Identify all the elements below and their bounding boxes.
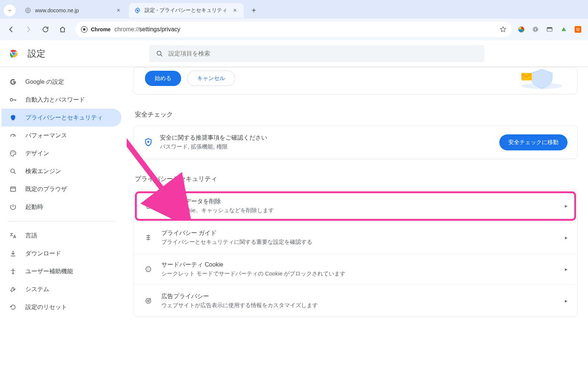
sidebar-label: デザイン: [25, 150, 49, 157]
tabs-menu-button[interactable]: [4, 4, 16, 16]
sidebar-label: パフォーマンス: [25, 132, 67, 140]
chevron-right-icon: ▸: [565, 266, 568, 272]
sidebar-item-privacy[interactable]: プライバシーとセキュリティ: [1, 109, 121, 127]
ad-privacy-icon: [143, 297, 153, 305]
chrome-chip: Chrome: [80, 26, 111, 33]
svg-rect-7: [547, 28, 552, 29]
address-bar[interactable]: Chrome chrome://settings/privacy: [75, 22, 512, 37]
new-tab-button[interactable]: +: [247, 4, 260, 17]
home-button[interactable]: [55, 22, 70, 37]
wrench-icon: [9, 286, 17, 293]
tab-settings[interactable]: 設定 - プライバシーとセキュリティ ×: [129, 3, 244, 18]
safety-section-title: 安全チェック: [135, 110, 578, 119]
browser-toolbar: Chrome chrome://settings/privacy U: [0, 19, 588, 40]
settings-search-input[interactable]: [168, 50, 478, 57]
translate-icon: [9, 232, 17, 239]
row-ad-privacy[interactable]: 広告プライバシーウェブサイトが広告表示に使用する情報をカスタマイズします ▸: [134, 285, 577, 316]
sidebar-item-downloads[interactable]: ダウンロード: [1, 245, 121, 262]
url-text: chrome://settings/privacy: [114, 26, 180, 33]
safety-subtitle: パスワード, 拡張機能, 権限: [160, 143, 267, 150]
tab-title: www.docomo.ne.jp: [35, 7, 111, 13]
promo-illustration: [506, 67, 566, 86]
palette-icon: [9, 150, 17, 157]
svg-point-20: [11, 169, 15, 173]
safety-check-button[interactable]: 安全チェックに移動: [499, 134, 568, 150]
sidebar-item-reset[interactable]: 設定のリセット: [1, 298, 121, 316]
sidebar-item-system[interactable]: システム: [1, 280, 121, 298]
window-icon: [9, 185, 17, 193]
extension-colorwheel[interactable]: [517, 25, 525, 34]
svg-point-26: [146, 267, 151, 271]
sidebar-label: 設定のリセット: [25, 303, 67, 311]
svg-text:U: U: [576, 27, 579, 32]
svg-point-18: [13, 152, 14, 152]
svg-rect-21: [10, 187, 15, 191]
tab-close-button[interactable]: ×: [115, 7, 122, 14]
row-title: サードパーティ Cookie: [161, 261, 345, 269]
tab-strip: www.docomo.ne.jp × 設定 - プライバシーとセキュリティ × …: [0, 0, 588, 19]
sidebar-item-default-browser[interactable]: 既定のブラウザ: [1, 180, 121, 198]
sidebar-label: 言語: [25, 232, 37, 240]
sidebar-item-on-startup[interactable]: 起動時: [1, 198, 121, 216]
row-title: プライバシー ガイド: [161, 229, 312, 237]
row-subtitle: ウェブサイトが広告表示に使用する情報をカスタマイズします: [161, 302, 318, 309]
privacy-section-title: プライバシーとセキュリティ: [135, 175, 578, 183]
back-button[interactable]: [4, 22, 19, 37]
gear-icon: [134, 7, 141, 14]
extension-u[interactable]: U: [574, 25, 582, 34]
search-icon: [156, 50, 163, 57]
sidebar-label: Google の設定: [25, 78, 64, 86]
sidebar-label: 検索エンジン: [25, 168, 61, 175]
svg-point-29: [148, 270, 148, 271]
row-subtitle: シークレット モードでサードパーティの Cookie がブロックされています: [161, 270, 345, 277]
extension-icons: U: [517, 25, 584, 34]
sidebar-item-autofill[interactable]: 自動入力とパスワード: [1, 91, 121, 109]
promo-cancel-button[interactable]: キャンセル: [187, 71, 235, 86]
sidebar-label: 既定のブラウザ: [25, 185, 67, 193]
speedometer-icon: [9, 132, 17, 139]
sidebar-item-performance[interactable]: パフォーマンス: [1, 127, 121, 144]
settings-search-box[interactable]: [149, 45, 484, 62]
row-title: 閲覧履歴データを削除: [161, 198, 274, 205]
extension-at[interactable]: [531, 25, 540, 34]
chevron-right-icon: ▸: [565, 203, 568, 209]
row-third-party-cookies[interactable]: サードパーティ Cookieシークレット モードでサードパーティの Cookie…: [134, 254, 577, 285]
sidebar-item-design[interactable]: デザイン: [1, 144, 121, 162]
svg-point-22: [12, 269, 13, 270]
star-icon: [499, 26, 507, 33]
svg-point-27: [147, 268, 148, 269]
tab-close-button[interactable]: ×: [231, 7, 238, 14]
sidebar-item-search-engine[interactable]: 検索エンジン: [1, 162, 121, 180]
sidebar-item-accessibility[interactable]: ユーザー補助機能: [1, 262, 121, 280]
row-privacy-guide[interactable]: プライバシー ガイドプライバシーとセキュリティに関する重要な設定を確認する ▸: [134, 222, 577, 254]
reload-button[interactable]: [38, 22, 53, 37]
sidebar: Google の設定 自動入力とパスワード プライバシーとセキュリティ パフォー…: [0, 67, 127, 376]
svg-point-17: [12, 152, 13, 152]
home-icon: [59, 26, 66, 33]
key-icon: [9, 96, 17, 103]
chevron-down-icon: [7, 8, 12, 13]
svg-point-13: [13, 52, 15, 54]
safety-title: 安全に関する推奨事項をご確認ください: [160, 134, 267, 142]
bookmark-star-button[interactable]: [499, 26, 507, 33]
settings-header: 設定: [0, 40, 588, 67]
sidebar-item-language[interactable]: 言語: [1, 227, 121, 245]
row-title: 広告プライバシー: [161, 293, 318, 300]
svg-point-25: [147, 141, 149, 143]
promo-start-button[interactable]: 始める: [145, 71, 181, 86]
power-icon: [9, 203, 17, 211]
extension-triangle[interactable]: [560, 25, 568, 34]
settings-content: 始める キャンセル 安全チェック 安全に関する推奨事項をご確認ください パスワー…: [127, 67, 588, 376]
tab-docomo[interactable]: www.docomo.ne.jp ×: [19, 3, 127, 18]
tab-title: 設定 - プライバシーとセキュリティ: [145, 7, 227, 14]
row-clear-browsing-data[interactable]: 閲覧履歴データを削除履歴、Cookie、キャッシュなどを削除します ▸: [134, 190, 577, 222]
extension-screenshot[interactable]: [546, 25, 554, 34]
privacy-guide-promo-card: 始める キャンセル: [133, 67, 578, 95]
google-g-icon: [9, 78, 17, 86]
search-icon: [9, 168, 17, 175]
forward-button[interactable]: [21, 22, 36, 37]
sidebar-label: 自動入力とパスワード: [25, 96, 85, 104]
row-subtitle: プライバシーとセキュリティに関する重要な設定を確認する: [161, 239, 312, 246]
row-subtitle: 履歴、Cookie、キャッシュなどを削除します: [161, 207, 274, 214]
sidebar-item-google[interactable]: Google の設定: [1, 73, 121, 91]
